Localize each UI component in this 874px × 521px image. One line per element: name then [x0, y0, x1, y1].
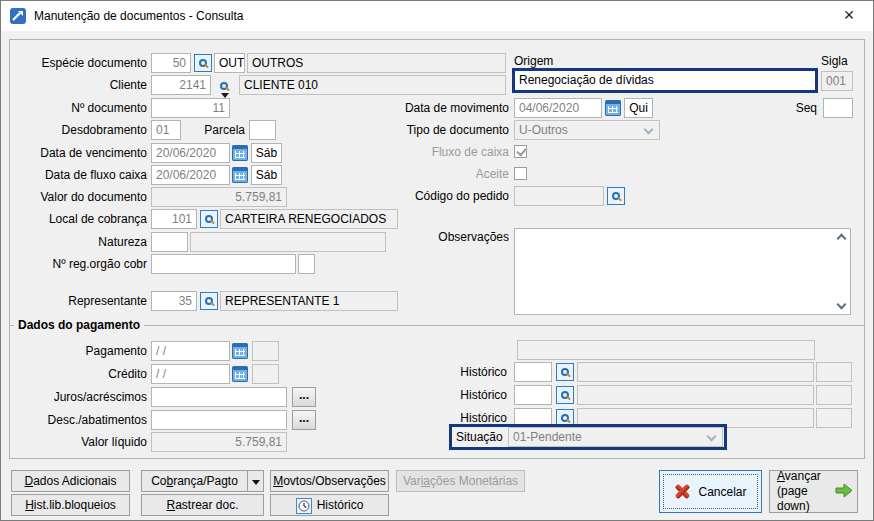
- search-icon: [561, 391, 569, 399]
- local-cobranca-code-field[interactable]: 101: [151, 209, 197, 229]
- dados-adicionais-button[interactable]: Dados Adicionais: [11, 470, 130, 492]
- valor-documento-label: Valor do documento: [11, 187, 147, 207]
- calendar-icon[interactable]: [232, 145, 248, 161]
- scroll-down-icon[interactable]: [837, 300, 847, 310]
- representante-code-field[interactable]: 35: [151, 291, 197, 311]
- historico3-extra-field: [816, 408, 852, 428]
- tipo-documento-select[interactable]: U-Outros: [514, 120, 660, 140]
- especie-lookup-button[interactable]: [194, 54, 212, 72]
- seq-field[interactable]: [823, 98, 853, 118]
- origem-field[interactable]: Renegociação de dívidas: [515, 71, 815, 90]
- calendar-icon[interactable]: [232, 167, 248, 183]
- window-title: Manutenção de documentos - Consulta: [34, 9, 243, 23]
- num-documento-label: Nº documento: [11, 98, 147, 118]
- fluxo-caixa-checkbox[interactable]: [514, 145, 527, 158]
- hist-lib-bloqueios-button[interactable]: Hist.lib.bloqueios: [11, 494, 130, 516]
- data-movimento-field[interactable]: 04/06/2020: [514, 98, 602, 118]
- cobranca-pagto-dropdown-button[interactable]: [247, 470, 264, 492]
- representante-desc-field: REPRESENTANTE 1: [220, 291, 398, 311]
- scroll-up-icon[interactable]: [837, 234, 847, 244]
- forward-arrow-icon: [835, 482, 853, 502]
- app-icon: [10, 8, 26, 24]
- historico2-lookup-button[interactable]: [556, 386, 574, 404]
- especie-sigla-field[interactable]: OUT: [214, 53, 245, 73]
- representante-lookup-button[interactable]: [200, 292, 218, 310]
- local-cobranca-desc-field: CARTEIRA RENEGOCIADOS: [220, 209, 398, 229]
- natureza-code-field[interactable]: [151, 232, 188, 252]
- fluxo-caixa-label: Fluxo de caixa: [373, 142, 509, 162]
- juros-more-button[interactable]: ...: [292, 387, 316, 407]
- search-icon: [561, 414, 569, 422]
- descontos-more-button[interactable]: ...: [292, 410, 316, 430]
- historico1-desc-field: [577, 362, 814, 382]
- cobranca-pagto-button[interactable]: Cobrança/Pagto: [141, 470, 248, 492]
- historico1-lookup-button[interactable]: [556, 363, 574, 381]
- juros-field[interactable]: [151, 387, 287, 407]
- data-fluxo-caixa-label: Data de fluxo caixa: [11, 165, 147, 185]
- desdobramento-field[interactable]: 01: [151, 120, 181, 140]
- rastrear-doc-button[interactable]: Rastrear doc.: [141, 494, 264, 516]
- historico1-code-field[interactable]: [514, 362, 552, 382]
- data-movimento-label: Data de movimento: [373, 98, 509, 118]
- group-title: Dados do pagamento: [14, 317, 144, 333]
- especie-desc-field: OUTROS: [247, 53, 506, 73]
- valor-liquido-field: 5.759,81: [151, 432, 287, 452]
- num-reg-orgao-field[interactable]: [151, 254, 296, 274]
- situacao-select[interactable]: 01-Pendente: [508, 427, 723, 447]
- variacoes-monetarias-button[interactable]: Variações Monetárias: [396, 470, 525, 492]
- pagamento-date-field[interactable]: / /: [151, 341, 230, 361]
- valor-documento-field: 5.759,81: [151, 187, 287, 207]
- codigo-pedido-field[interactable]: [514, 186, 604, 206]
- parcela-field[interactable]: [249, 120, 276, 140]
- data-vencimento-field[interactable]: 20/06/2020: [151, 143, 230, 163]
- search-icon: [612, 192, 620, 200]
- close-button[interactable]: ×: [829, 1, 869, 31]
- descontos-label: Desc./abatimentos: [11, 410, 147, 430]
- observacoes-textarea[interactable]: [514, 228, 851, 315]
- historico2-desc-field: [577, 385, 814, 405]
- calendar-icon[interactable]: [232, 366, 248, 382]
- situacao-label: Situação: [456, 427, 506, 447]
- historico2-code-field[interactable]: [514, 385, 552, 405]
- parcela-label: Parcela: [181, 120, 245, 140]
- especie-code-field[interactable]: 50: [151, 53, 191, 73]
- cliente-code-field[interactable]: 2141: [151, 75, 211, 95]
- chevron-down-icon: [707, 432, 717, 442]
- natureza-desc-field: [190, 232, 386, 252]
- cancel-x-icon: [674, 483, 691, 500]
- historico1-extra-field: [816, 362, 852, 382]
- search-icon: [205, 297, 213, 305]
- valor-liquido-label: Valor líquido: [11, 432, 147, 452]
- representante-label: Representante: [11, 291, 147, 311]
- descontos-field[interactable]: [151, 410, 287, 430]
- codigo-pedido-lookup-button[interactable]: [607, 187, 625, 205]
- title-bar: Manutenção de documentos - Consulta ×: [1, 1, 873, 31]
- chevron-down-icon: [644, 125, 654, 135]
- num-reg-orgao-extra-field[interactable]: [298, 254, 315, 274]
- credito-date-field[interactable]: / /: [151, 364, 230, 384]
- observacoes-label: Observações: [373, 227, 509, 247]
- search-icon: [220, 82, 228, 90]
- cancelar-button[interactable]: Cancelar: [659, 470, 762, 513]
- data-fluxo-caixa-field[interactable]: 20/06/2020: [151, 165, 230, 185]
- num-documento-field[interactable]: 11: [151, 98, 230, 118]
- tipo-documento-value: U-Outros: [519, 123, 568, 137]
- data-fluxo-caixa-weekday: Sáb: [251, 165, 282, 185]
- historico2-extra-field: [816, 385, 852, 405]
- cliente-label: Cliente: [11, 75, 147, 95]
- natureza-label: Natureza: [11, 232, 147, 252]
- aceite-checkbox[interactable]: [514, 167, 527, 180]
- calendar-icon[interactable]: [232, 343, 248, 359]
- avancar-button[interactable]: Avançar(page down): [769, 470, 858, 513]
- sigla-field: 001: [821, 71, 853, 91]
- movtos-observacoes-button[interactable]: Movtos/Observações: [270, 470, 389, 492]
- especie-label: Espécie documento: [11, 53, 147, 73]
- document-maintenance-dialog: Manutenção de documentos - Consulta × Es…: [0, 0, 874, 521]
- calendar-icon[interactable]: [605, 100, 621, 116]
- local-cobranca-lookup-button[interactable]: [200, 210, 218, 228]
- historico-button[interactable]: Histórico: [270, 494, 389, 516]
- search-icon: [199, 59, 207, 67]
- data-vencimento-label: Data de vencimento: [11, 143, 147, 163]
- pagamento-label: Pagamento: [11, 341, 147, 361]
- cliente-lookup-icon[interactable]: [220, 79, 228, 93]
